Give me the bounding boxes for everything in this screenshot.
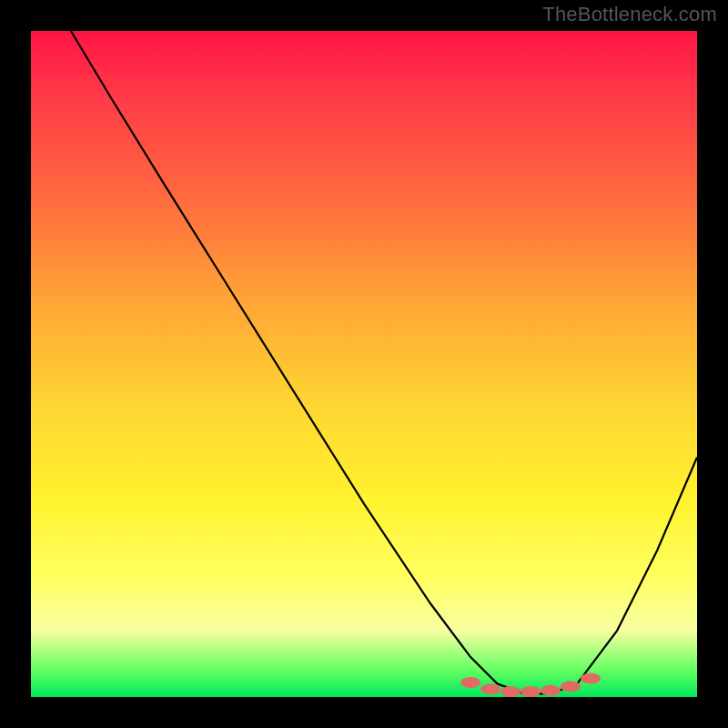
svg-point-4: [541, 685, 561, 696]
svg-point-6: [581, 673, 601, 684]
plot-svg: [31, 31, 697, 697]
svg-point-2: [500, 686, 521, 697]
watermark-text: TheBottleneck.com: [542, 3, 717, 26]
svg-point-0: [460, 677, 480, 688]
chart-frame: TheBottleneck.com: [0, 0, 728, 728]
bottleneck-curve: [71, 31, 697, 693]
svg-point-5: [561, 681, 581, 692]
svg-point-1: [480, 683, 500, 694]
plot-area: [31, 31, 697, 697]
optimal-range-dots: [460, 673, 601, 698]
svg-point-3: [521, 686, 541, 697]
